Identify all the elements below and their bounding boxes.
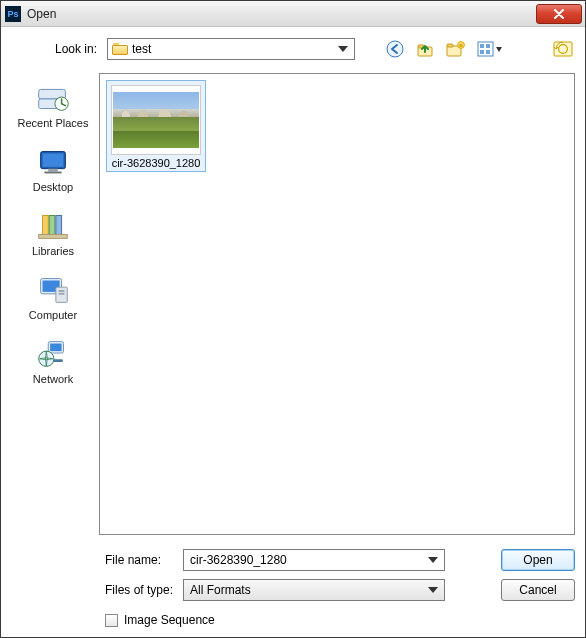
last-changed-button[interactable]	[553, 39, 573, 59]
look-in-label: Look in:	[11, 42, 101, 56]
dialog-body: Look in: test	[1, 27, 585, 637]
image-sequence-row: Image Sequence	[11, 601, 575, 627]
close-button[interactable]	[536, 4, 582, 24]
new-folder-icon	[445, 40, 465, 58]
back-button[interactable]	[385, 39, 405, 59]
open-dialog: Ps Open Look in: test	[0, 0, 586, 638]
title-bar: Ps Open	[1, 1, 585, 27]
filename-label: File name:	[105, 553, 175, 567]
filetype-dropdown[interactable]: All Formats	[183, 579, 445, 601]
place-recent[interactable]: Recent Places	[13, 77, 93, 133]
place-label: Recent Places	[18, 117, 89, 129]
cancel-button-label: Cancel	[519, 583, 556, 597]
last-changed-icon	[553, 41, 573, 57]
up-one-level-button[interactable]	[415, 39, 435, 59]
svg-rect-18	[48, 169, 58, 172]
thumbnail-image	[111, 85, 201, 155]
svg-rect-4	[447, 44, 453, 47]
filetype-value: All Formats	[190, 583, 251, 597]
svg-rect-21	[49, 216, 55, 237]
svg-rect-30	[50, 344, 61, 352]
view-menu-icon	[477, 40, 503, 58]
nav-toolbar	[379, 39, 575, 59]
place-label: Desktop	[33, 181, 73, 193]
chevron-down-icon	[428, 587, 438, 593]
svg-rect-17	[43, 153, 64, 166]
svg-rect-10	[486, 50, 490, 54]
chevron-down-icon	[338, 46, 348, 52]
open-button[interactable]: Open	[501, 549, 575, 571]
filename-row: File name: cir-3628390_1280 Open	[105, 549, 575, 571]
place-label: Computer	[29, 309, 77, 321]
back-icon	[386, 40, 404, 58]
svg-rect-9	[480, 50, 484, 54]
network-icon	[33, 337, 73, 371]
look-in-dropdown[interactable]: test	[107, 38, 355, 60]
svg-rect-22	[56, 216, 62, 237]
filetype-label: Files of type:	[105, 583, 175, 597]
filename-input[interactable]: cir-3628390_1280	[183, 549, 445, 571]
filetype-row: Files of type: All Formats Cancel	[105, 579, 575, 601]
chevron-down-icon	[428, 557, 438, 563]
view-menu-button[interactable]	[475, 39, 505, 59]
look-in-value: test	[132, 42, 151, 56]
svg-rect-23	[39, 235, 68, 239]
svg-point-0	[387, 41, 403, 57]
middle-row: Recent Places Desktop	[11, 73, 575, 535]
filename-value: cir-3628390_1280	[190, 553, 287, 567]
new-folder-button[interactable]	[445, 39, 465, 59]
svg-rect-28	[59, 293, 65, 295]
place-libraries[interactable]: Libraries	[13, 205, 93, 261]
place-label: Libraries	[32, 245, 74, 257]
look-in-row: Look in: test	[11, 35, 575, 63]
computer-icon	[33, 273, 73, 307]
recent-places-icon	[33, 81, 73, 115]
desktop-icon	[33, 145, 73, 179]
folder-icon	[112, 43, 128, 55]
window-title: Open	[27, 7, 56, 21]
file-name-label: cir-3628390_1280	[112, 157, 201, 169]
cancel-button[interactable]: Cancel	[501, 579, 575, 601]
svg-rect-27	[59, 290, 65, 292]
photoshop-app-icon: Ps	[5, 6, 21, 22]
file-thumbnail[interactable]: cir-3628390_1280	[106, 80, 206, 172]
place-label: Network	[33, 373, 73, 385]
place-desktop[interactable]: Desktop	[13, 141, 93, 197]
svg-rect-7	[480, 44, 484, 48]
image-sequence-label: Image Sequence	[124, 613, 215, 627]
file-list[interactable]: cir-3628390_1280	[99, 73, 575, 535]
places-bar: Recent Places Desktop	[11, 73, 95, 535]
bottom-controls: File name: cir-3628390_1280 Open Files o…	[11, 535, 575, 601]
open-button-label: Open	[523, 553, 552, 567]
place-network[interactable]: Network	[13, 333, 93, 389]
close-icon	[553, 9, 565, 19]
svg-rect-8	[486, 44, 490, 48]
up-one-level-icon	[416, 40, 434, 58]
libraries-icon	[33, 209, 73, 243]
place-computer[interactable]: Computer	[13, 269, 93, 325]
image-sequence-checkbox[interactable]	[105, 614, 118, 627]
svg-rect-20	[43, 216, 49, 237]
svg-rect-19	[44, 172, 61, 174]
